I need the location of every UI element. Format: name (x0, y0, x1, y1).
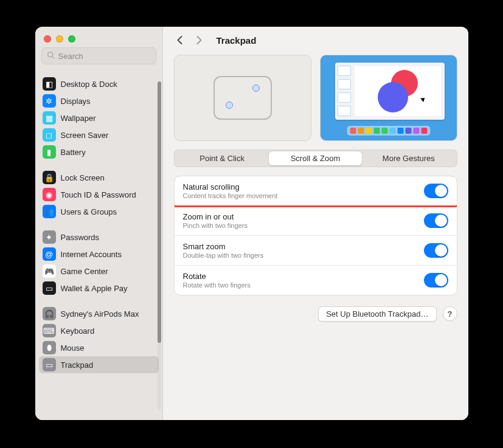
trackpad-illustration (213, 76, 272, 120)
cursor-icon (420, 96, 426, 102)
search-input[interactable] (58, 52, 151, 61)
trackpad-icon: ▭ (43, 358, 56, 371)
preview-row (174, 55, 457, 141)
screen-saver-icon: ◻ (43, 128, 56, 142)
tab-more-gestures[interactable]: More Gestures (362, 151, 455, 165)
setting-subtitle: Content tracks finger movement (183, 192, 278, 199)
finger-dot-icon (252, 84, 260, 92)
setting-natural-scrolling: Natural scrollingContent tracks finger m… (175, 176, 457, 205)
tab-point-click[interactable]: Point & Click (176, 151, 269, 165)
settings-window: ◧Desktop & Dock✲Displays▦Wallpaper◻Scree… (35, 27, 468, 420)
sidebar-item-internet-accounts[interactable]: @Internet Accounts (39, 246, 159, 263)
sydney-s-airpods-max-icon: 🎧 (43, 307, 56, 320)
minimize-window-button[interactable] (56, 35, 63, 43)
setting-rotate: RotateRotate with two fingers (175, 265, 457, 295)
internet-accounts-icon: @ (43, 247, 56, 261)
back-button[interactable] (174, 34, 186, 46)
displays-icon: ✲ (43, 94, 56, 108)
sidebar-list: ◧Desktop & Dock✲Displays▦Wallpaper◻Scree… (35, 69, 162, 420)
setting-subtitle: Rotate with two fingers (183, 281, 251, 289)
dock-app-icon (405, 128, 411, 134)
sidebar-item-trackpad[interactable]: ▭Trackpad (39, 356, 159, 373)
sidebar-item-keyboard[interactable]: ⌨Keyboard (39, 322, 159, 339)
passwords-icon: ✦ (43, 230, 56, 244)
sidebar-item-label: Mouse (61, 343, 85, 353)
search-icon (47, 51, 55, 61)
sidebar-item-label: Wallpaper (61, 114, 96, 123)
setting-subtitle: Pinch with two fingers (183, 222, 248, 229)
toggle-natural-scrolling[interactable] (424, 184, 448, 198)
sidebar-item-label: Desktop & Dock (61, 80, 117, 89)
desktop-preview (320, 55, 457, 141)
sidebar-item-label: Keyboard (61, 326, 95, 336)
sidebar-item-screen-saver[interactable]: ◻Screen Saver (39, 126, 159, 143)
keyboard-icon: ⌨ (43, 324, 56, 337)
toggle-zoom-in-or-out[interactable] (424, 213, 448, 228)
sidebar-item-label: Wallet & Apple Pay (61, 284, 128, 293)
setup-bluetooth-trackpad-button[interactable]: Set Up Bluetooth Trackpad… (318, 306, 436, 322)
forward-button[interactable] (193, 34, 206, 46)
wallpaper-icon: ▦ (43, 111, 56, 125)
settings-panel: Natural scrollingContent tracks finger m… (174, 176, 457, 295)
main-pane: Trackpad (163, 27, 468, 420)
sidebar-item-label: Passwords (61, 233, 100, 242)
desktop-dock-icon: ◧ (43, 77, 56, 91)
dock-app-icon (389, 128, 395, 134)
sidebar-item-users-groups[interactable]: 👥Users & Groups (39, 203, 159, 220)
sidebar-item-label: Sydney's AirPods Max (61, 309, 139, 319)
sidebar-item-label: Internet Accounts (61, 250, 122, 259)
svg-point-0 (47, 52, 52, 57)
setting-title: Smart zoom (183, 242, 264, 251)
toggle-rotate[interactable] (424, 273, 448, 288)
setting-smart-zoom: Smart zoomDouble-tap with two fingers (175, 235, 457, 265)
sidebar-item-game-center[interactable]: 🎮Game Center (39, 263, 159, 280)
sidebar-item-label: Screen Saver (61, 131, 109, 140)
battery-icon: ▮ (43, 145, 56, 159)
dock-app-icon (366, 128, 372, 134)
lock-screen-icon: 🔒 (43, 171, 56, 184)
sidebar-item-desktop-dock[interactable]: ◧Desktop & Dock (39, 75, 159, 92)
footer-row: Set Up Bluetooth Trackpad… ? (174, 306, 457, 322)
sidebar-item-lock-screen[interactable]: 🔒Lock Screen (39, 169, 159, 186)
sidebar-item-passwords[interactable]: ✦Passwords (39, 229, 159, 246)
dock-app-icon (350, 128, 356, 134)
finger-dot-icon (226, 102, 233, 109)
svg-line-1 (52, 57, 54, 58)
trackpad-preview (174, 55, 311, 141)
fullscreen-window-button[interactable] (68, 35, 75, 43)
sidebar-item-sydney-s-airpods-max[interactable]: 🎧Sydney's AirPods Max (39, 305, 159, 322)
setting-title: Zoom in or out (183, 212, 248, 221)
dock-preview (347, 126, 430, 136)
scrollbar-thumb[interactable] (158, 81, 161, 343)
game-center-icon: 🎮 (43, 264, 56, 278)
sidebar-item-displays[interactable]: ✲Displays (39, 92, 159, 109)
touch-id-password-icon: ◉ (43, 188, 56, 201)
sidebar-item-label: Game Center (61, 267, 108, 276)
sidebar-item-battery[interactable]: ▮Battery (39, 143, 159, 160)
dock-app-icon (397, 128, 403, 134)
toggle-smart-zoom[interactable] (424, 243, 448, 258)
sidebar-item-mouse[interactable]: ⬮Mouse (39, 339, 159, 356)
help-button[interactable]: ? (443, 306, 457, 321)
sidebar-item-label: Users & Groups (61, 207, 117, 216)
page-title: Trackpad (217, 35, 257, 46)
wallet-apple-pay-icon: ▭ (43, 281, 56, 295)
sidebar-scrollbar[interactable] (158, 81, 161, 410)
sidebar-item-label: Displays (61, 97, 91, 106)
sidebar-item-wallet-apple-pay[interactable]: ▭Wallet & Apple Pay (39, 280, 159, 297)
close-window-button[interactable] (44, 35, 51, 43)
search-field[interactable] (41, 47, 156, 64)
main-header: Trackpad (163, 27, 468, 51)
sidebar-item-label: Trackpad (61, 360, 94, 370)
dock-app-icon (381, 128, 387, 134)
tab-scroll-zoom[interactable]: Scroll & Zoom (269, 151, 362, 165)
sidebar: ◧Desktop & Dock✲Displays▦Wallpaper◻Scree… (35, 27, 163, 420)
dock-app-icon (421, 128, 427, 134)
dock-app-icon (373, 128, 380, 134)
setting-zoom-in-or-out: Zoom in or outPinch with two fingers (175, 205, 457, 235)
tab-bar: Point & ClickScroll & ZoomMore Gestures (174, 150, 457, 167)
sidebar-item-touch-id-password[interactable]: ◉Touch ID & Password (39, 186, 159, 203)
sidebar-item-wallpaper[interactable]: ▦Wallpaper (39, 109, 159, 126)
mouse-icon: ⬮ (43, 341, 56, 354)
preview-app-window (335, 63, 445, 120)
